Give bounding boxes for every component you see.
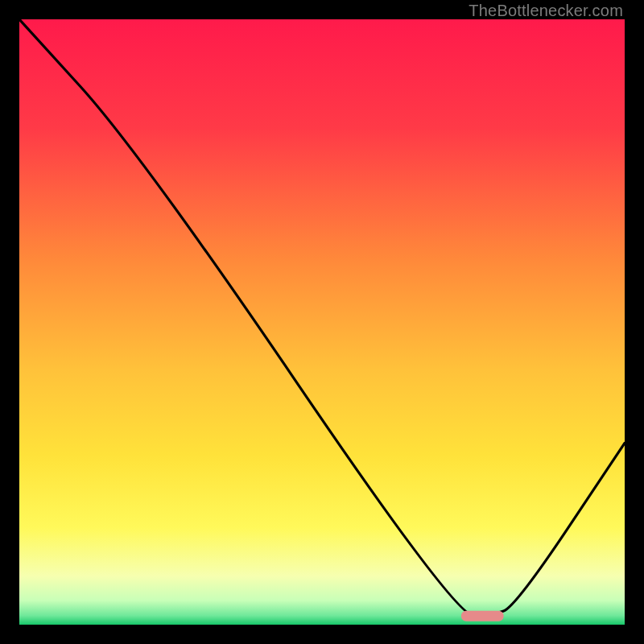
optimal-range-marker [461,611,504,621]
attribution-text: TheBottlenecker.com [469,2,623,20]
plot-area [19,19,625,625]
gradient-background [19,19,625,625]
chart-svg [19,19,625,625]
chart-frame: TheBottlenecker.com [0,0,644,644]
